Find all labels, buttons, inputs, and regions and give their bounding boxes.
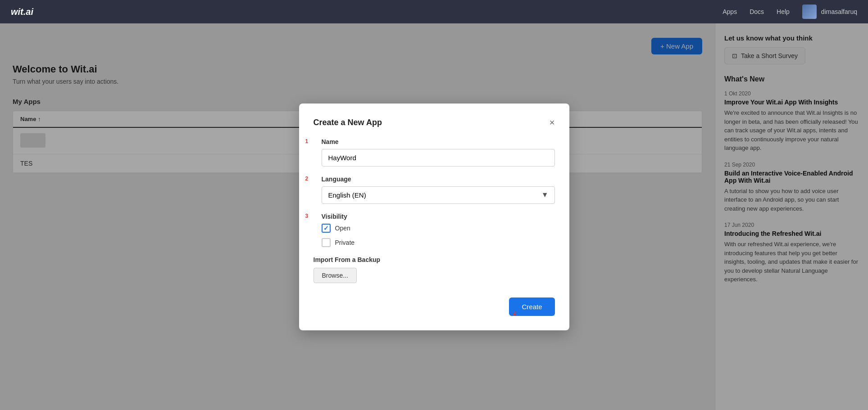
open-checkbox[interactable]: ✓ [322, 224, 331, 233]
step-2-label: 2 [305, 176, 309, 182]
private-checkbox[interactable] [322, 238, 331, 247]
open-checkbox-item[interactable]: ✓ Open [322, 224, 555, 233]
logo: wit.ai [11, 7, 33, 17]
visibility-label: Visibility [322, 213, 555, 220]
modal-header: Create a New App × [314, 118, 555, 127]
name-field-wrapper: 1 Name [314, 138, 555, 167]
modal-overlay: Create a New App × 1 Name 2 Language [0, 23, 868, 410]
private-checkbox-item[interactable]: Private [322, 238, 555, 247]
name-form-group: Name [322, 138, 555, 167]
visibility-checkbox-group: ✓ Open Private [322, 224, 555, 247]
language-select-wrapper: English (EN) Spanish (ES) French (FR) Ge… [322, 186, 555, 204]
header: wit.ai Apps Docs Help dimasalfaruq [0, 0, 868, 23]
step-4-label: 4 [513, 311, 516, 317]
avatar [802, 5, 817, 19]
language-form-group: Language English (EN) Spanish (ES) Frenc… [322, 176, 555, 204]
checkmark-icon: ✓ [323, 225, 329, 232]
modal-close-button[interactable]: × [550, 118, 555, 127]
modal-footer: 4 Create [314, 297, 555, 316]
name-label: Name [322, 138, 555, 145]
import-section: Import From a Backup Browse... [314, 256, 555, 283]
language-field-wrapper: 2 Language English (EN) Spanish (ES) Fre… [314, 176, 555, 204]
private-label: Private [335, 239, 355, 246]
avatar-image [802, 5, 817, 19]
language-select[interactable]: English (EN) Spanish (ES) French (FR) Ge… [322, 186, 555, 204]
nav-docs[interactable]: Docs [750, 8, 764, 15]
visibility-field-wrapper: 3 Visibility ✓ Open Private [314, 213, 555, 247]
nav-apps[interactable]: Apps [723, 8, 737, 15]
name-input[interactable] [322, 149, 555, 167]
browse-button[interactable]: Browse... [314, 268, 357, 283]
main-layout: + New App Welcome to Wit.ai Turn what yo… [0, 23, 868, 410]
open-label: Open [335, 225, 350, 232]
username-label: dimasalfaruq [821, 8, 857, 15]
header-user[interactable]: dimasalfaruq [802, 5, 857, 19]
import-label: Import From a Backup [314, 256, 555, 263]
language-label: Language [322, 176, 555, 183]
nav-help[interactable]: Help [777, 8, 790, 15]
visibility-form-group: Visibility ✓ Open Private [322, 213, 555, 247]
step-1-label: 1 [305, 138, 309, 144]
modal-title: Create a New App [314, 118, 382, 127]
header-nav: Apps Docs Help dimasalfaruq [723, 5, 857, 19]
step-3-label: 3 [305, 213, 309, 219]
modal: Create a New App × 1 Name 2 Language [299, 104, 569, 330]
